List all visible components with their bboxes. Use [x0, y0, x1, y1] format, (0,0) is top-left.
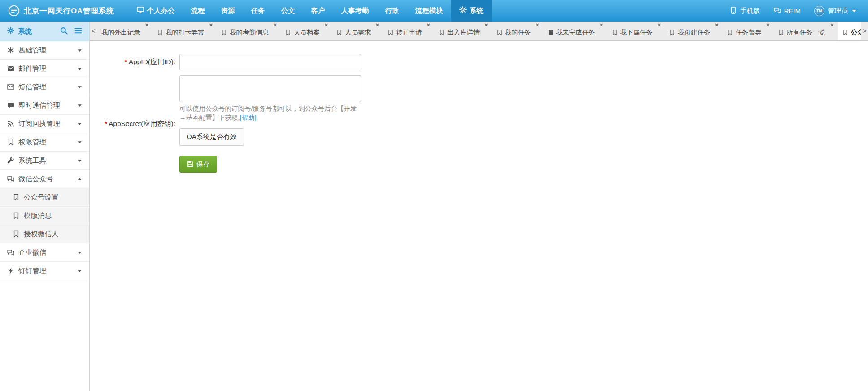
tab-close-icon[interactable]: × [273, 22, 277, 28]
sidebar-item-label: 公众号设置 [24, 193, 59, 202]
tab[interactable]: 我的考勤信息× [217, 22, 279, 40]
sidebar-item-label: 即时通信管理 [18, 101, 60, 110]
top-nav-item[interactable]: 流程模块 [407, 0, 451, 22]
tab[interactable]: 我的打卡异常× [153, 22, 215, 40]
tab[interactable]: 所有任务一览× [774, 22, 837, 40]
monitor-icon [137, 6, 144, 15]
tab-close-icon[interactable]: × [375, 22, 379, 28]
appsecret-help: 可以使用公众号的订阅号/服务号都可以，到公众号后台【开发→基本配置】下获取,[帮… [179, 104, 361, 122]
sidebar-item[interactable]: 企业微信 [0, 243, 89, 262]
sidebar-item[interactable]: 公众号设置 [0, 188, 89, 207]
bookmark-icon [7, 139, 14, 146]
sidebar-item[interactable]: 授权微信人 [0, 225, 89, 243]
tab-close-icon[interactable]: × [830, 22, 834, 28]
sidebar-item[interactable]: 基础管理 [0, 41, 89, 60]
tab[interactable]: 任务督导× [723, 22, 772, 40]
hamburger-icon[interactable] [74, 27, 82, 36]
tab-close-icon[interactable]: × [484, 22, 488, 28]
tab-close-icon[interactable]: × [145, 22, 148, 28]
sidebar-item[interactable]: 订阅回执管理 [0, 115, 89, 133]
appsecret-label: *AppSecret(应用密钥): [90, 119, 179, 129]
top-nav-item[interactable]: 流程 [183, 0, 213, 22]
caret-down-icon [852, 10, 856, 14]
tab-label: 我下属任务 [620, 28, 653, 37]
top-nav-item[interactable]: 人事考勤 [333, 0, 377, 22]
tab-close-icon[interactable]: × [427, 22, 430, 28]
tab-close-icon[interactable]: × [536, 22, 539, 28]
sidebar-item[interactable]: 钉钉管理 [0, 262, 89, 280]
top-nav-item[interactable]: 公文 [273, 0, 303, 22]
top-nav-label: 任务 [251, 6, 265, 16]
tab[interactable]: 出入库详情× [434, 22, 491, 40]
bookmark-icon [13, 230, 20, 238]
caret-down-icon [77, 85, 82, 90]
sidebar-item-label: 权限管理 [18, 138, 46, 147]
asterisk-icon [7, 47, 14, 54]
sidebar-item[interactable]: 系统工具 [0, 152, 89, 170]
user-menu[interactable]: TM 管理员 [814, 6, 856, 16]
sidebar-item-label: 授权微信人 [24, 230, 59, 239]
sidebar-item[interactable]: 权限管理 [0, 133, 89, 152]
sidebar-item[interactable]: 即时通信管理 [0, 96, 89, 115]
appid-input[interactable] [179, 54, 361, 70]
sidebar-item[interactable]: 短信管理 [0, 78, 89, 96]
save-button[interactable]: 保存 [179, 156, 217, 173]
sidebar-item[interactable]: 模版消息 [0, 207, 89, 225]
sidebar-item-label: 邮件管理 [18, 64, 46, 74]
tab[interactable]: 我的任务× [492, 22, 542, 40]
rss-icon [7, 120, 14, 127]
tab[interactable]: 公众号设置× [838, 22, 861, 40]
caret-down-icon [77, 66, 82, 71]
bookmark-icon [13, 212, 20, 219]
tab[interactable]: 人员需求× [332, 22, 382, 40]
bookmark-icon [388, 30, 393, 35]
top-nav-label: 流程模块 [415, 6, 443, 16]
tab-close-icon[interactable]: × [324, 22, 328, 28]
sidebar-item-label: 企业微信 [18, 248, 46, 257]
top-nav-item[interactable]: 资源 [213, 0, 243, 22]
top-nav-item[interactable]: 个人办公 [129, 0, 183, 22]
tab-list: 我的外出记录×我的打卡异常×我的考勤信息×人员档案×人员需求×转正申请×出入库详… [97, 22, 861, 40]
tab-label: 所有任务一览 [787, 28, 826, 37]
tab[interactable]: 我未完成任务× [543, 22, 606, 40]
oa-valid-check-button[interactable]: OA系统是否有效 [179, 128, 244, 146]
sidebar-item[interactable]: 微信公众号 [0, 170, 89, 188]
tab[interactable]: 人员档案× [281, 22, 331, 40]
tab-close-icon[interactable]: × [657, 22, 661, 28]
sidebar-tools [60, 27, 82, 36]
sidebar-item-label: 基础管理 [18, 46, 46, 55]
tab-label: 我的外出记录 [101, 28, 140, 37]
mobile-version-label: 手机版 [740, 7, 760, 15]
tab-close-icon[interactable]: × [766, 22, 770, 28]
appsecret-row: *AppSecret(应用密钥): 可以使用公众号的订阅号/服务号都可以，到公众… [90, 75, 868, 173]
reim-link[interactable]: REIM [774, 7, 801, 15]
save-button-label: 保存 [196, 160, 210, 169]
tab-close-icon[interactable]: × [600, 22, 603, 28]
tab-close-icon[interactable]: × [209, 22, 213, 28]
top-nav-label: 公文 [281, 6, 295, 16]
top-nav-item[interactable]: 客户 [303, 0, 333, 22]
tab[interactable]: 我创建任务× [665, 22, 721, 40]
tab[interactable]: 我下属任务× [607, 22, 664, 40]
tab[interactable]: 我的外出记录× [97, 22, 151, 40]
top-nav-label: 行政 [385, 6, 399, 16]
sidebar-item-label: 钉钉管理 [18, 266, 46, 276]
tab[interactable]: 转正申请× [383, 22, 433, 40]
appsecret-textarea[interactable] [179, 75, 361, 102]
top-bar-right: 手机版 REIM TM 管理员 [730, 0, 868, 22]
mobile-version-link[interactable]: 手机版 [730, 7, 760, 15]
tab-scroll-left[interactable]: < [90, 22, 97, 40]
search-icon[interactable] [60, 27, 68, 36]
sidebar-item-label: 系统工具 [18, 156, 46, 165]
tab-scroll-right[interactable]: > [861, 22, 868, 40]
top-nav-item[interactable]: 行政 [377, 0, 407, 22]
comments-icon [774, 7, 781, 15]
tab-label: 我的任务 [505, 28, 531, 37]
help-link[interactable]: [帮助] [240, 114, 257, 121]
tab-close-icon[interactable]: × [715, 22, 719, 28]
sidebar-header: 系统 [0, 22, 89, 41]
sidebar-item[interactable]: 邮件管理 [0, 60, 89, 78]
app-brand: 北京一网天行OA管理系统 [0, 0, 123, 22]
top-nav-item[interactable]: 系统 [451, 0, 492, 22]
top-nav-item[interactable]: 任务 [243, 0, 273, 22]
